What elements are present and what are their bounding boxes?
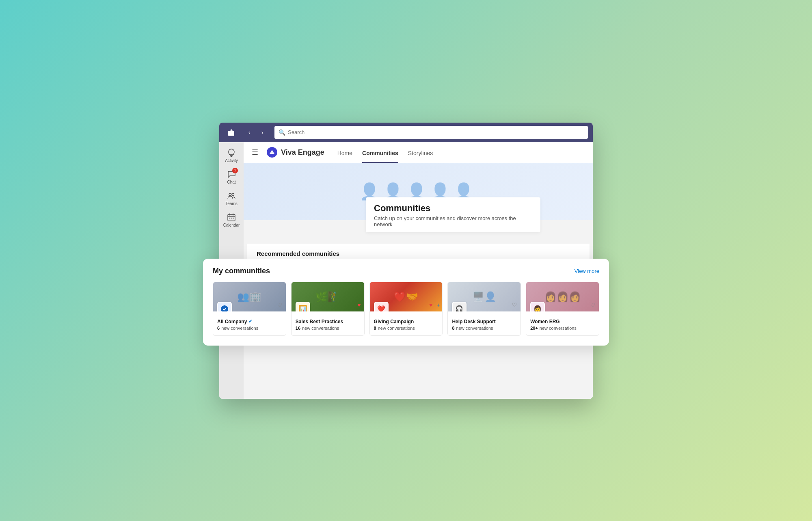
nav-arrows: ‹ › bbox=[244, 127, 268, 138]
community-card-all-company[interactable]: 👥🏢 ♡ All Company ✔ 6 new conversations bbox=[213, 282, 286, 336]
community-convs-giving: 8 new conversations bbox=[374, 326, 438, 331]
community-convs-sales: 16 new conversations bbox=[296, 326, 360, 331]
community-image-helpdesk: 🖥️👤 🎧 ♡ bbox=[448, 282, 520, 311]
view-more-link[interactable]: View more bbox=[574, 268, 599, 274]
community-fav-giving-heart[interactable]: ♥ bbox=[429, 302, 432, 308]
sidebar-item-teams[interactable]: Teams bbox=[221, 188, 242, 208]
activity-icon bbox=[227, 148, 236, 158]
chat-label: Chat bbox=[227, 180, 235, 184]
hero-text-box: Communities Catch up on your communities… bbox=[366, 197, 540, 232]
svg-text:📊: 📊 bbox=[300, 306, 307, 311]
svg-rect-3 bbox=[229, 218, 230, 218]
community-name-all-company: All Company ✔ bbox=[217, 319, 282, 324]
title-bar: ‹ › 🔍 bbox=[219, 123, 593, 142]
search-input[interactable] bbox=[288, 129, 584, 135]
chat-icon: 1 bbox=[227, 169, 236, 179]
app-logo: Viva Engage bbox=[266, 147, 324, 158]
community-card-women-erg[interactable]: 👩👩👩 👩 ♡ Women ERG 20+ new conversations bbox=[526, 282, 599, 336]
svg-rect-4 bbox=[231, 218, 232, 218]
sidebar-item-chat[interactable]: 1 Chat bbox=[221, 167, 242, 187]
nav-storylines[interactable]: Storylines bbox=[408, 150, 433, 163]
community-convs-all-company: 6 new conversations bbox=[217, 326, 282, 331]
community-icon-helpdesk: 🎧 bbox=[452, 302, 466, 311]
forward-button[interactable]: › bbox=[257, 127, 268, 138]
app-header: ☰ Vi bbox=[244, 142, 593, 163]
svg-point-8 bbox=[221, 305, 228, 311]
communities-card-header: My communities View more bbox=[213, 267, 599, 275]
hero-subtitle: Catch up on your communities and discove… bbox=[374, 215, 532, 227]
community-fav-all-company[interactable]: ♡ bbox=[277, 302, 283, 308]
community-fav-giving-blue[interactable]: + bbox=[436, 302, 440, 308]
back-button[interactable]: ‹ bbox=[244, 127, 255, 138]
calendar-label: Calendar bbox=[223, 223, 240, 227]
calendar-icon bbox=[227, 212, 236, 222]
community-name-giving: Giving Campaign bbox=[374, 319, 438, 324]
community-fav-women-erg[interactable]: ♡ bbox=[590, 302, 596, 308]
app-nav: Home Communities Storylines bbox=[337, 142, 433, 163]
search-icon: 🔍 bbox=[279, 129, 285, 136]
community-image-giving: ❤️🤝 ❤️ ♥ + bbox=[370, 282, 443, 311]
sidebar-item-activity[interactable]: Activity bbox=[221, 145, 242, 165]
svg-point-0 bbox=[229, 193, 231, 196]
page-wrapper: ‹ › 🔍 Activ bbox=[219, 123, 593, 399]
hamburger-button[interactable]: ☰ bbox=[250, 146, 260, 158]
community-icon-women-erg: 👩 bbox=[530, 302, 545, 311]
svg-point-1 bbox=[232, 193, 234, 195]
verified-icon-all-company: ✔ bbox=[248, 319, 252, 324]
chat-badge: 1 bbox=[232, 168, 238, 173]
nav-communities[interactable]: Communities bbox=[362, 150, 398, 163]
community-card-sales[interactable]: 🌿🧗 📊 ♥ Sales Best Practices 16 new conve… bbox=[291, 282, 365, 336]
community-name-women-erg: Women ERG bbox=[530, 319, 595, 324]
community-image-sales: 🌿🧗 📊 ♥ bbox=[292, 282, 364, 311]
community-fav-helpdesk[interactable]: ♡ bbox=[512, 302, 517, 308]
community-body-sales: Sales Best Practices 16 new conversation… bbox=[292, 311, 364, 335]
app-name: Viva Engage bbox=[281, 148, 324, 157]
search-bar[interactable]: 🔍 bbox=[274, 126, 588, 139]
community-convs-women-erg: 20+ new conversations bbox=[530, 326, 595, 331]
teams-icon bbox=[224, 126, 237, 139]
communities-float-panel: My communities View more 👥🏢 ♡ All Compan… bbox=[203, 259, 609, 346]
teams-nav-icon bbox=[227, 191, 236, 201]
community-name-helpdesk: Help Desk Support bbox=[452, 319, 516, 324]
hero-banner: 👤👤👤👤👤 Communities Catch up on your commu… bbox=[244, 163, 593, 220]
svg-rect-5 bbox=[233, 218, 234, 218]
recommended-title: Recommended communities bbox=[257, 250, 580, 257]
community-image-all-company: 👥🏢 ♡ bbox=[213, 282, 286, 311]
teams-label: Teams bbox=[225, 201, 237, 206]
community-icon-giving: ❤️ bbox=[374, 302, 389, 311]
community-body-helpdesk: Help Desk Support 8 new conversations bbox=[448, 311, 520, 335]
activity-label: Activity bbox=[225, 158, 238, 163]
communities-grid: 👥🏢 ♡ All Company ✔ 6 new conversations bbox=[213, 282, 599, 336]
community-body-women-erg: Women ERG 20+ new conversations bbox=[526, 311, 599, 335]
communities-title: My communities bbox=[213, 267, 270, 275]
community-name-sales: Sales Best Practices bbox=[296, 319, 360, 324]
community-icon-all-company bbox=[217, 302, 232, 311]
community-image-women-erg: 👩👩👩 👩 ♡ bbox=[526, 282, 599, 311]
community-body-all-company: All Company ✔ 6 new conversations bbox=[213, 311, 286, 335]
community-body-giving: Giving Campaign 8 new conversations bbox=[370, 311, 443, 335]
svg-point-7 bbox=[271, 153, 273, 154]
nav-home[interactable]: Home bbox=[337, 150, 352, 163]
hero-title: Communities bbox=[374, 203, 532, 214]
community-card-helpdesk[interactable]: 🖥️👤 🎧 ♡ Help Desk Support 8 new conversa… bbox=[447, 282, 521, 336]
community-fav-sales[interactable]: ♥ bbox=[357, 302, 361, 308]
community-icon-sales: 📊 bbox=[296, 302, 310, 311]
community-card-giving[interactable]: ❤️🤝 ❤️ ♥ + Giving Campaign 8 new convers… bbox=[369, 282, 443, 336]
sidebar-item-calendar[interactable]: Calendar bbox=[221, 210, 242, 230]
community-convs-helpdesk: 8 new conversations bbox=[452, 326, 516, 331]
